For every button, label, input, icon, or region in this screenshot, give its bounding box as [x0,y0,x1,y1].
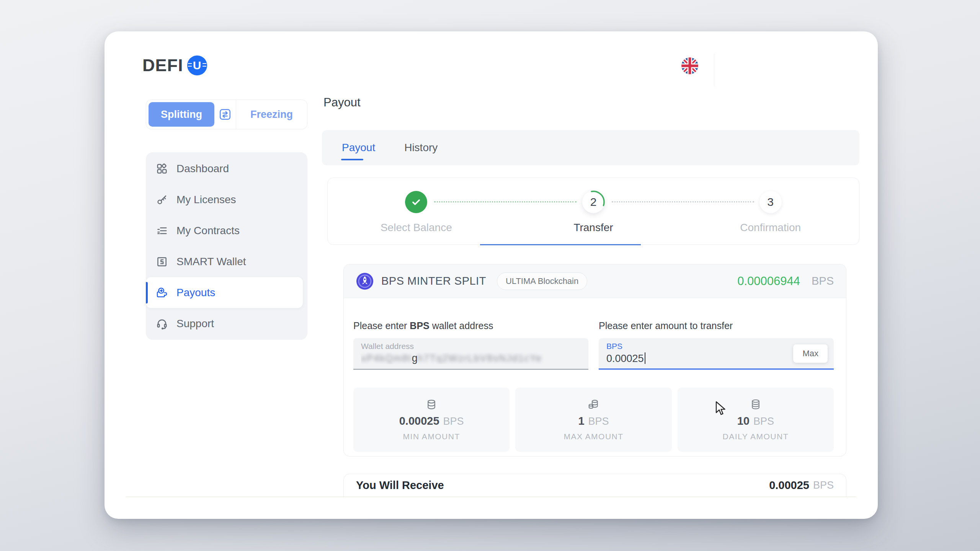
wallet-input-floating-label: Wallet address [361,342,581,351]
text-caret [645,352,645,364]
max-amount-box: 1BPS MAX AMOUNT [515,388,671,452]
swap-icon[interactable] [214,108,236,121]
header-divider [714,54,714,86]
list-icon [156,225,168,237]
language-selector[interactable] [681,57,698,74]
sidebar-item-label: Dashboard [176,163,229,175]
tabbar: Payout History [322,130,859,165]
receive-label: You Will Receive [356,479,444,492]
tab-payout[interactable]: Payout [342,130,375,165]
limit-label: MIN AMOUNT [403,432,460,441]
sidebar-item-my-licenses[interactable]: My Licenses [146,184,307,215]
limit-unit: BPS [443,416,464,427]
wallet-field-group: Please enter BPS wallet address Wallet a… [353,320,588,370]
coin-stack-tall-icon [750,399,761,410]
sidebar-item-my-contracts[interactable]: My Contracts [146,215,307,246]
coin-stack-icon [426,399,437,410]
smart-wallet-icon [156,256,168,268]
coins-icon [588,399,599,410]
payout-wallet-icon [156,287,168,299]
sidebar-item-payouts[interactable]: Payouts [146,277,303,308]
receive-value: 0.00025 [769,479,809,492]
wallet-address-value: xP4kQm8tgh7Tq2WzrLbV8sNJd1cYe [361,352,581,364]
sidebar-item-smart-wallet[interactable]: SMART Wallet [146,246,307,277]
headset-icon [156,318,168,330]
transfer-card: BPS MINTER SPLIT ULTIMA Blockchain 0.000… [343,264,846,456]
logo: DEFI U [142,55,207,75]
amount-value: 0.00025 [606,353,644,364]
max-button[interactable]: Max [793,344,828,363]
logo-text: DEFI [142,55,183,75]
sidebar-nav: Dashboard My Licenses My Contracts [146,152,307,340]
step-connector-2 [612,201,754,202]
check-icon [405,191,427,213]
sidebar-item-label: Support [176,318,214,330]
stepper-progress-line [480,244,641,245]
step-label: Confirmation [740,222,801,234]
freezing-button[interactable]: Freezing [236,100,307,129]
bps-token-icon [356,272,374,290]
wallet-address-input[interactable]: Wallet address xP4kQm8tgh7Tq2WzrLbV8sNJd… [353,338,588,370]
step-label: Select Balance [381,222,452,234]
progress-arc-icon [579,188,608,216]
limit-value: 10 [737,415,750,427]
limit-label: MAX AMOUNT [564,432,623,441]
tab-history[interactable]: History [404,130,438,165]
sidebar-item-dashboard[interactable]: Dashboard [146,153,307,184]
step-confirmation: 3 Confirmation [682,178,859,245]
limit-unit: BPS [753,416,774,427]
limit-unit: BPS [588,416,609,427]
limit-label: DAILY AMOUNT [723,432,789,441]
step-label: Transfer [573,222,613,234]
splitting-button[interactable]: Splitting [149,102,214,127]
network-badge: ULTIMA Blockchain [497,272,587,290]
amount-field-label: Please enter amount to transfer [599,320,834,331]
limit-value: 1 [578,415,584,427]
token-name: BPS MINTER SPLIT [381,275,486,287]
sidebar-item-label: My Licenses [176,194,236,206]
step-transfer: 2 Transfer [505,178,682,245]
page-title: Payout [323,96,361,109]
mode-toggle: Splitting Freezing [146,99,307,129]
token-balance: 0.00006944 [737,274,800,288]
amount-field-group: Please enter amount to transfer BPS 0.00… [599,320,834,370]
token-header: BPS MINTER SPLIT ULTIMA Blockchain 0.000… [344,264,846,298]
step-connector-1 [434,201,577,202]
wallet-field-label: Please enter BPS wallet address [353,320,588,331]
stepper: Select Balance 2 Transfer 3 Confirmation [327,178,859,245]
token-balance-unit: BPS [812,275,834,287]
amount-input[interactable]: BPS 0.00025 Max [599,338,834,370]
logo-u-icon: U [187,55,207,75]
sidebar-item-support[interactable]: Support [146,308,307,339]
limit-value: 0.00025 [399,415,439,427]
daily-amount-box: 10BPS DAILY AMOUNT [678,388,834,452]
min-amount-box: 0.00025BPS MIN AMOUNT [353,388,510,452]
footer-mask [105,497,877,518]
key-icon [156,194,168,206]
receive-unit: BPS [813,479,834,491]
sidebar-item-label: SMART Wallet [176,256,246,268]
step-select-balance: Select Balance [328,178,505,245]
dashboard-grid-icon [156,163,168,175]
app-window: DEFI U Splitting Freezing [105,31,878,519]
step-number: 3 [767,196,774,209]
uk-flag-icon [681,57,698,74]
sidebar-item-label: Payouts [176,287,215,299]
sidebar-item-label: My Contracts [176,225,240,237]
